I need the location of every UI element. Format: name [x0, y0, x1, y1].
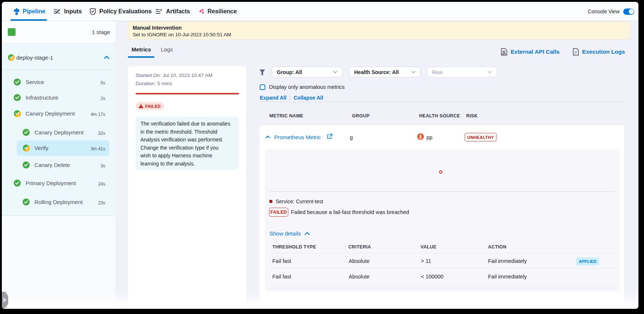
- svg-text:API: API: [502, 53, 506, 55]
